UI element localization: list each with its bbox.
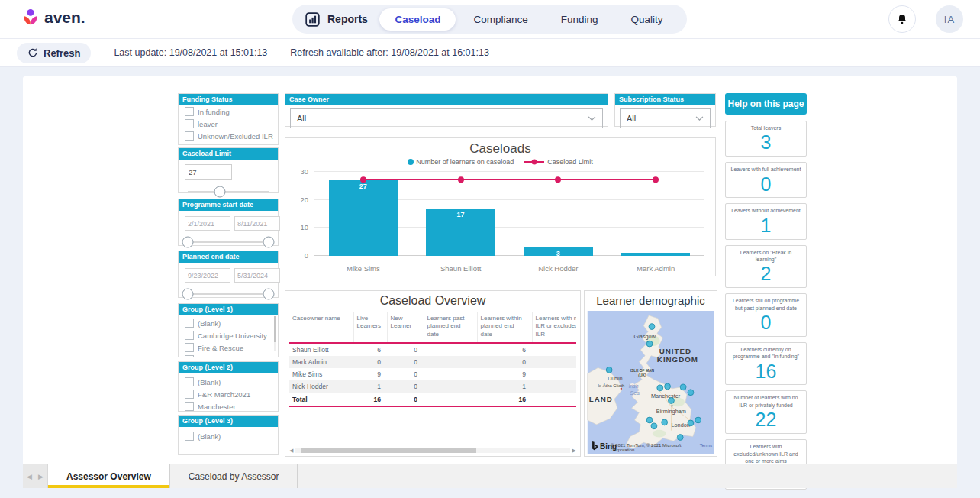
table-h-scrollbar[interactable]: ◀ ▶ xyxy=(289,447,576,454)
filter-option[interactable]: (Blank) xyxy=(179,376,278,388)
filter-option[interactable]: Unknown/Excluded ILR xyxy=(179,130,278,142)
x-tick-label: Shaun Elliott xyxy=(412,264,510,273)
map-bubble[interactable] xyxy=(665,383,671,390)
help-button[interactable]: Help on this page xyxy=(725,93,807,115)
notifications-button[interactable] xyxy=(888,5,916,33)
user-avatar[interactable]: IA xyxy=(936,5,963,33)
map-bubble[interactable] xyxy=(669,398,675,404)
filter-option[interactable]: Fire & Rescue xyxy=(179,341,278,354)
slider-handle-right[interactable] xyxy=(263,237,275,248)
kpi-value: 2 xyxy=(730,263,802,285)
terms-link[interactable]: Terms xyxy=(700,443,712,448)
reports-menu[interactable]: Reports xyxy=(305,11,368,27)
start-date-from-input[interactable] xyxy=(185,216,230,231)
subscription-status-dropdown[interactable]: All xyxy=(620,108,711,128)
slider-handle-left[interactable] xyxy=(182,237,194,248)
end-date-to-input[interactable] xyxy=(234,268,280,283)
checkbox-icon[interactable] xyxy=(185,131,194,141)
map-bubble[interactable] xyxy=(657,385,663,391)
refresh-button[interactable]: Refresh xyxy=(17,43,91,63)
bar-mike-sims[interactable]: 27 xyxy=(329,180,398,256)
filter-option[interactable]: F&R March2021 xyxy=(179,388,278,400)
nav-tab-funding[interactable]: Funding xyxy=(546,8,614,31)
checkbox-icon[interactable] xyxy=(185,343,194,352)
x-tick-label: Mike Sims xyxy=(314,264,412,273)
page-tab-assessor-overview[interactable]: Assessor Overview xyxy=(48,464,170,488)
column-header[interactable]: Learners past planned end date xyxy=(424,312,477,343)
scroll-left-icon[interactable]: ◀ xyxy=(289,447,293,454)
checkbox-icon[interactable] xyxy=(185,402,194,411)
filter-option[interactable]: leaver xyxy=(179,118,278,130)
map-bubble[interactable] xyxy=(651,423,657,429)
map-bubble[interactable] xyxy=(646,417,653,423)
page-tab-caseload-by-assessor[interactable]: Caseload by Assessor xyxy=(170,464,298,488)
start-date-to-input[interactable] xyxy=(234,216,280,231)
bar-shaun-elliott[interactable]: 17 xyxy=(426,209,495,256)
table-row[interactable]: Nick Hodder10120 xyxy=(289,380,576,393)
nav-tab-caseload[interactable]: Caseload xyxy=(379,8,456,31)
limit-line-dot[interactable] xyxy=(360,176,366,183)
column-header[interactable]: Live Learners xyxy=(353,312,387,343)
checkbox-icon[interactable] xyxy=(185,319,194,328)
checkbox-icon[interactable] xyxy=(185,355,194,357)
checkbox-icon[interactable] xyxy=(185,107,194,116)
scroll-right-icon[interactable]: ▶ xyxy=(572,447,576,454)
start-date-range-slider[interactable] xyxy=(188,241,269,243)
map-bubble[interactable] xyxy=(680,384,686,390)
filter-option[interactable]: Cambridge University xyxy=(179,329,278,341)
filter-option[interactable]: (Blank) xyxy=(179,430,278,442)
kpi-value: 0 xyxy=(730,173,802,196)
map-label-dublin: Dublin xyxy=(608,376,623,381)
map-bubble[interactable] xyxy=(695,417,701,423)
map-canvas[interactable]: Glasgow UNITED KINGDOM ISLE OF MAN (UK) … xyxy=(587,311,714,454)
column-header[interactable]: Caseowner name xyxy=(289,312,353,343)
prev-page-icon[interactable]: ◀ xyxy=(27,473,32,480)
nav-tab-quality[interactable]: Quality xyxy=(615,8,678,31)
filter-option[interactable]: North West xyxy=(179,354,278,357)
checkbox-icon[interactable] xyxy=(185,432,194,441)
table-row[interactable]: Mark Admin00010 xyxy=(289,356,576,368)
caseload-limit-input[interactable] xyxy=(185,164,232,180)
limit-line-dot[interactable] xyxy=(653,176,659,183)
case-owner-dropdown[interactable]: All xyxy=(290,108,603,128)
map-label-glasgow: Glasgow xyxy=(633,333,656,340)
filter-option[interactable]: (Blank) xyxy=(179,317,278,329)
map-bubble[interactable] xyxy=(646,341,653,347)
caseload-limit-slider[interactable] xyxy=(188,191,269,192)
column-header[interactable]: Learners with no ILR or excluded ILR xyxy=(532,312,576,343)
nav-tab-compliance[interactable]: Compliance xyxy=(458,8,543,31)
legend-bar-series: Number of learners on caseload xyxy=(408,158,514,166)
map-bubble[interactable] xyxy=(662,419,668,425)
filter-option[interactable]: In funding xyxy=(179,105,278,118)
column-header[interactable]: New Learner xyxy=(387,312,424,343)
table-row[interactable]: Shaun Elliott606873 xyxy=(289,343,576,356)
slider-handle-right[interactable] xyxy=(263,289,275,300)
checkbox-icon[interactable] xyxy=(185,390,194,399)
table-row[interactable]: Mike Sims9092822 xyxy=(289,368,576,380)
next-page-icon[interactable]: ▶ xyxy=(38,473,44,480)
map-bubble[interactable] xyxy=(649,324,655,330)
table-scroll-area[interactable]: Caseowner nameLive LearnersNew LearnerLe… xyxy=(289,312,576,444)
slider-handle-left[interactable] xyxy=(182,289,194,300)
kpi-card: Learners currently on programme and "In … xyxy=(725,342,807,386)
map-bubble[interactable] xyxy=(677,435,683,441)
end-date-range-slider[interactable] xyxy=(188,293,269,295)
limit-line-dot[interactable] xyxy=(555,176,561,183)
checkbox-icon[interactable] xyxy=(185,377,194,386)
column-header[interactable]: Learners within planned end date xyxy=(477,312,532,343)
bar-nick-hodder[interactable]: 3 xyxy=(524,247,593,256)
bar-mark-admin[interactable] xyxy=(621,253,691,256)
learner-demographic-map: Learner demographic Glasgow UNITED KINGD… xyxy=(584,290,717,457)
end-date-from-input[interactable] xyxy=(185,268,230,283)
checkbox-icon[interactable] xyxy=(185,119,194,128)
map-bubble[interactable] xyxy=(688,420,694,426)
limit-line-dot[interactable] xyxy=(458,176,464,183)
group-level-1-scrollbar[interactable] xyxy=(274,316,276,351)
scrollbar-thumb[interactable] xyxy=(301,448,477,453)
filter-option[interactable]: Manchester xyxy=(179,400,278,412)
checkbox-icon[interactable] xyxy=(185,331,194,340)
scrollbar-track[interactable] xyxy=(295,448,569,453)
map-bubble[interactable] xyxy=(606,367,612,373)
slider-handle[interactable] xyxy=(214,186,226,198)
map-bubble[interactable] xyxy=(688,390,694,396)
